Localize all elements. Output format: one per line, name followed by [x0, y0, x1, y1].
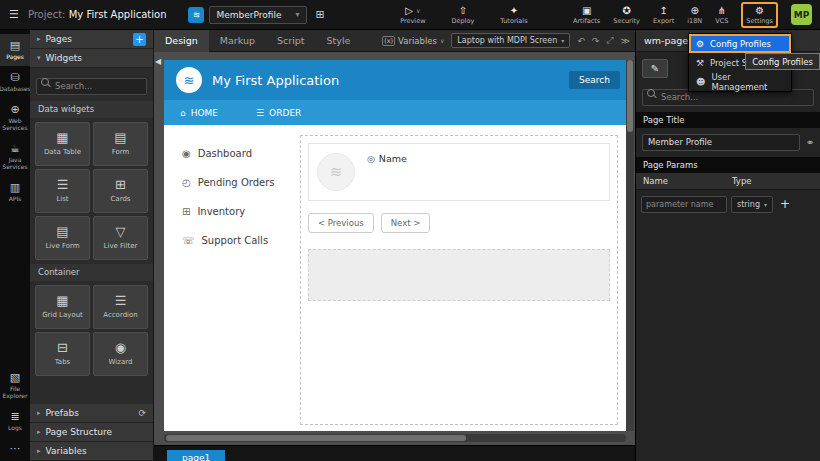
member-name-label: Name	[379, 153, 407, 164]
add-page-button[interactable]: +	[133, 33, 146, 46]
widget-tile-tabs[interactable]: ⊟ Tabs	[35, 332, 90, 376]
data-table-icon: ▦	[56, 131, 68, 145]
artifacts-button[interactable]: ▣ Artifacts	[573, 5, 600, 25]
page-structure-section-header[interactable]: ▸ Page Structure	[30, 423, 153, 442]
clock-icon: ◴	[182, 177, 191, 188]
param-name-input[interactable]	[641, 196, 727, 213]
nav-item-home[interactable]: ⌂ HOME	[180, 108, 218, 118]
next-button[interactable]: Next >	[381, 213, 431, 233]
widget-tile-live-filter[interactable]: ▽ Live Filter	[93, 216, 148, 260]
expand-icon[interactable]: ⤢	[606, 35, 613, 46]
tutorials-label: Tutorials	[500, 17, 527, 25]
widgets-section-header[interactable]: ▾ Widgets	[30, 49, 153, 68]
variables-dropdown-label: Variables	[398, 36, 437, 46]
prefabs-section-header[interactable]: ▸ Prefabs ⟳	[30, 404, 153, 423]
sidebar-item-java-services[interactable]: ☕ Java Services	[0, 137, 30, 176]
sidenav-item-support-calls[interactable]: ☏ Support Calls	[164, 226, 298, 255]
nav-order-label: ORDER	[269, 108, 301, 118]
pagination: < Previous Next >	[308, 213, 610, 233]
widget-tile-list[interactable]: ☰ List	[35, 169, 90, 213]
variables-dropdown-button[interactable]: (x) Variables ∨	[382, 36, 444, 46]
widget-tile-cards[interactable]: ⊞ Cards	[93, 169, 148, 213]
vertical-scrollbar-thumb[interactable]	[627, 60, 633, 132]
member-card[interactable]: ≋ ◎ Name	[308, 143, 610, 201]
deploy-button[interactable]: ⇧ Deploy	[451, 5, 474, 25]
sidenav-item-inventory[interactable]: ⊞ Inventory	[164, 197, 298, 226]
horizontal-scrollbar[interactable]	[164, 434, 626, 442]
device-select[interactable]: Laptop with MDPI Screen ▾	[451, 33, 570, 48]
widget-tile-wizard[interactable]: ◉ Wizard	[93, 332, 148, 376]
pages-section-header[interactable]: ▸ Pages +	[30, 30, 153, 49]
more-options-button[interactable]: ⋯	[0, 437, 30, 461]
empty-container[interactable]	[308, 249, 610, 301]
left-panel: ▸ Pages + ▾ Widgets Data widgets ▦ Data …	[30, 30, 154, 461]
properties-panel: wm-page ✎ Page Title ⚭ Page Params Name …	[635, 30, 820, 461]
undo-icon[interactable]: ↶	[577, 36, 585, 46]
nav-item-order[interactable]: ☰ ORDER	[256, 108, 301, 118]
sidebar-item-web-services[interactable]: ⊕ Web Services	[0, 98, 30, 137]
widget-tile-data-table[interactable]: ▦ Data Table	[35, 122, 90, 166]
vcs-label: VCS	[715, 17, 728, 25]
widget-tile-accordion[interactable]: ☰ Accordion	[93, 285, 148, 329]
editor-bottombar: page1	[154, 445, 635, 461]
topbar-center-actions: ▷ ∨ Preview ⇧ Deploy ✦ Tutorials	[370, 5, 527, 25]
tutorials-button[interactable]: ✦ Tutorials	[500, 5, 527, 25]
gear-icon: ⚙	[755, 5, 764, 16]
topbar: ☰ Project: My First Application ≋ Member…	[0, 0, 820, 30]
page-title-input[interactable]	[642, 134, 800, 151]
settings-button[interactable]: ⚙ Settings	[741, 2, 778, 28]
widget-tile-live-form[interactable]: ▤ Live Form	[35, 216, 90, 260]
sidebar-item-file-explorer[interactable]: ▧ File Explorer	[0, 366, 30, 405]
menu-item-config-profiles[interactable]: ⚙ Config Profiles	[689, 34, 791, 53]
vcs-button[interactable]: ⋔ VCS	[715, 5, 728, 25]
member-name-row: ◎ Name	[367, 153, 407, 164]
tab-style[interactable]: Style	[316, 30, 362, 52]
user-avatar[interactable]: MP	[791, 4, 812, 25]
param-type-select[interactable]: string ▾	[731, 196, 773, 213]
menu-icon[interactable]: ☰	[9, 8, 19, 21]
page-param-row: string ▾ +	[636, 190, 820, 219]
collapse-panel-icon[interactable]: ≫	[621, 36, 630, 46]
sidenav-item-dashboard[interactable]: ◉ Dashboard	[164, 139, 298, 168]
widget-tile-grid-layout[interactable]: ▦ Grid Layout	[35, 285, 90, 329]
container-widgets-grid: ▦ Grid Layout ☰ Accordion ⊟ Tabs ◉ Wizar…	[30, 281, 153, 380]
widget-search-input[interactable]	[36, 78, 147, 95]
variables-section-header[interactable]: ▸ Variables	[30, 442, 153, 461]
sidebar-item-apis[interactable]: ▥ APIs	[0, 176, 30, 208]
canvas-page-preview[interactable]: ≋ My First Application Search ⌂ HOME ☰ O…	[164, 60, 626, 431]
export-icon: ↥	[659, 5, 667, 16]
globe-icon: ⊕	[691, 5, 699, 16]
add-param-button[interactable]: +	[780, 197, 790, 211]
tab-markup[interactable]: Markup	[209, 30, 266, 52]
menu-item-user-management[interactable]: ☻ User Management	[689, 72, 791, 91]
security-button[interactable]: ✪ Security	[613, 5, 640, 25]
tab-script[interactable]: Script	[266, 30, 316, 52]
page-select[interactable]: MemberProfile ▾	[209, 6, 306, 24]
list-widget-container[interactable]: ≋ ◎ Name < Previous Next >	[300, 135, 618, 425]
edit-tab[interactable]: ✎	[642, 59, 668, 78]
page-tab-page1[interactable]: page1	[167, 450, 225, 461]
settings-label: Settings	[746, 17, 773, 25]
horizontal-scrollbar-thumb[interactable]	[166, 435, 466, 441]
export-button[interactable]: ↥ Export	[653, 5, 674, 25]
redo-icon[interactable]: ↷	[592, 36, 600, 46]
widget-tile-form[interactable]: ▤ Form	[93, 122, 148, 166]
preview-label: Preview	[400, 17, 425, 25]
dashboard-grid-icon[interactable]: ⊞	[316, 8, 325, 21]
left-panel-bottom-sections: ▸ Prefabs ⟳ ▸ Page Structure ▸ Variables	[30, 404, 153, 461]
sidebar-item-databases[interactable]: ⛁ Databases	[0, 66, 30, 98]
app-side-nav: ◉ Dashboard ◴ Pending Orders ⊞ Inventory	[164, 125, 298, 431]
refresh-icon[interactable]: ⟳	[138, 408, 146, 418]
app-search-button[interactable]: Search	[569, 71, 620, 89]
i18n-button[interactable]: ⊕ i18N	[687, 5, 702, 25]
sidebar-item-logs[interactable]: ≣ Logs	[0, 405, 30, 437]
tab-design[interactable]: Design	[154, 30, 209, 52]
bind-link-icon[interactable]: ⚭	[806, 137, 814, 148]
vertical-scrollbar[interactable]	[626, 60, 634, 431]
previous-button[interactable]: < Previous	[308, 213, 374, 233]
sidenav-item-pending-orders[interactable]: ◴ Pending Orders	[164, 168, 298, 197]
sidebar-item-pages[interactable]: ▤ Pages	[0, 34, 30, 66]
widget-tile-label: Live Form	[45, 242, 79, 250]
collapse-left-panel-icon[interactable]: ◀	[155, 57, 161, 66]
preview-button[interactable]: ▷ ∨ Preview	[400, 5, 425, 25]
